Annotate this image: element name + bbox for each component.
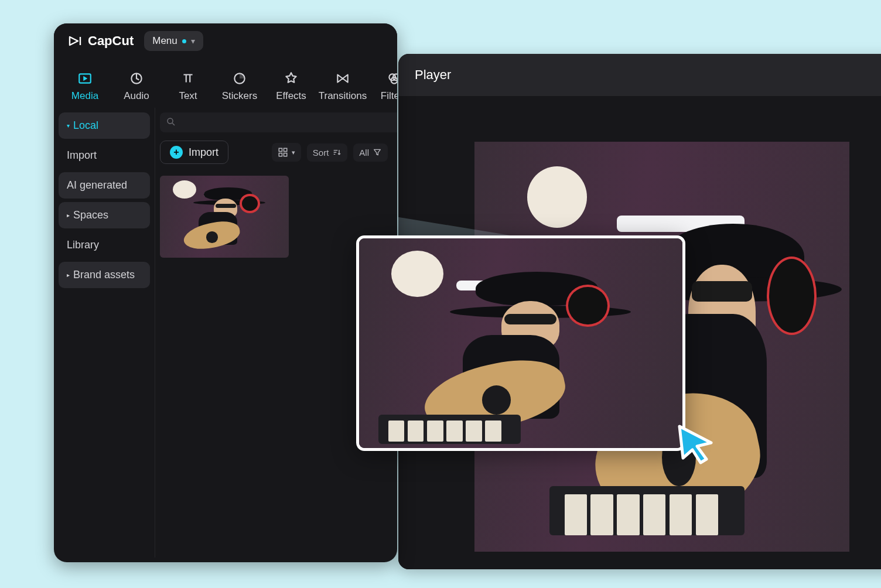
- tab-label: Transitions: [319, 90, 367, 102]
- media-source-sidebar: ▾ Local Import AI generated ▸ Spaces Lib…: [54, 108, 155, 558]
- filters-icon: [386, 70, 397, 87]
- drag-preview-card[interactable]: [356, 235, 685, 451]
- menu-indicator-dot: [182, 39, 186, 43]
- tab-label: Text: [179, 90, 197, 102]
- filter-label: All: [359, 148, 369, 158]
- svg-rect-11: [284, 153, 286, 156]
- plus-icon: +: [170, 146, 183, 159]
- player-title: Player: [415, 67, 451, 83]
- svg-point-7: [168, 118, 173, 124]
- sort-button[interactable]: Sort: [307, 143, 348, 162]
- sidebar-item-label: AI generated: [67, 179, 127, 192]
- tab-stickers[interactable]: Stickers: [216, 64, 264, 108]
- sidebar-item-label: Import: [67, 149, 97, 162]
- media-icon: [77, 70, 93, 87]
- svg-rect-8: [279, 148, 282, 151]
- sort-icon: [332, 148, 342, 157]
- media-thumbnail[interactable]: [160, 176, 289, 258]
- import-label: Import: [189, 146, 218, 159]
- sidebar-item-spaces[interactable]: ▸ Spaces: [59, 202, 150, 228]
- sidebar-item-label: Brand assets: [73, 269, 135, 281]
- audio-icon: [128, 70, 145, 87]
- sidebar-item-brand-assets[interactable]: ▸ Brand assets: [59, 262, 150, 288]
- tab-label: Media: [71, 90, 98, 102]
- tab-text[interactable]: Text: [164, 64, 212, 108]
- cursor-pointer-icon: [675, 423, 717, 465]
- view-mode-button[interactable]: ▾: [272, 143, 301, 162]
- search-icon: [166, 117, 176, 127]
- text-icon: [180, 70, 196, 87]
- player-titlebar: Player: [398, 54, 881, 96]
- menu-label: Menu: [152, 35, 177, 47]
- chevron-right-icon: ▸: [67, 272, 70, 278]
- sidebar-item-local[interactable]: ▾ Local: [59, 112, 150, 139]
- stickers-icon: [231, 70, 248, 87]
- tab-media[interactable]: Media: [61, 64, 109, 108]
- tab-label: Audio: [124, 90, 149, 102]
- tab-transitions[interactable]: Transitions: [319, 64, 367, 108]
- editor-window: CapCut Menu ▾ Media Audio: [54, 23, 397, 562]
- sidebar-item-ai-generated[interactable]: AI generated: [59, 172, 150, 199]
- effects-icon: [283, 70, 299, 87]
- chevron-down-icon: ▾: [191, 36, 195, 46]
- grid-icon: [278, 147, 288, 158]
- tab-label: Filters: [381, 90, 397, 102]
- tab-audio[interactable]: Audio: [112, 64, 161, 108]
- asset-category-toolbar: Media Audio Text Stickers: [54, 59, 397, 108]
- chevron-down-icon: ▾: [67, 122, 70, 129]
- transitions-icon: [334, 70, 351, 87]
- app-name: CapCut: [88, 33, 134, 49]
- menu-button[interactable]: Menu ▾: [144, 31, 203, 51]
- tab-filters[interactable]: Filters: [370, 64, 397, 108]
- svg-rect-10: [279, 153, 282, 156]
- svg-rect-9: [284, 148, 286, 151]
- tab-effects[interactable]: Effects: [267, 64, 315, 108]
- filter-icon: [373, 148, 382, 157]
- editor-titlebar: CapCut Menu ▾: [54, 23, 397, 59]
- search-input[interactable]: [160, 112, 397, 132]
- tab-label: Stickers: [222, 90, 257, 102]
- sidebar-item-library[interactable]: Library: [59, 232, 150, 258]
- tab-label: Effects: [276, 90, 306, 102]
- import-button[interactable]: + Import: [160, 141, 228, 164]
- capcut-logo-icon: [68, 34, 82, 48]
- app-logo: CapCut: [68, 33, 134, 49]
- chevron-down-icon: ▾: [292, 149, 295, 156]
- sidebar-item-label: Library: [67, 239, 99, 251]
- sidebar-item-import[interactable]: Import: [59, 142, 150, 169]
- sidebar-item-label: Spaces: [73, 209, 108, 221]
- sidebar-item-label: Local: [73, 119, 98, 132]
- filter-button[interactable]: All: [353, 143, 388, 162]
- chevron-right-icon: ▸: [67, 212, 70, 218]
- sort-label: Sort: [313, 148, 329, 158]
